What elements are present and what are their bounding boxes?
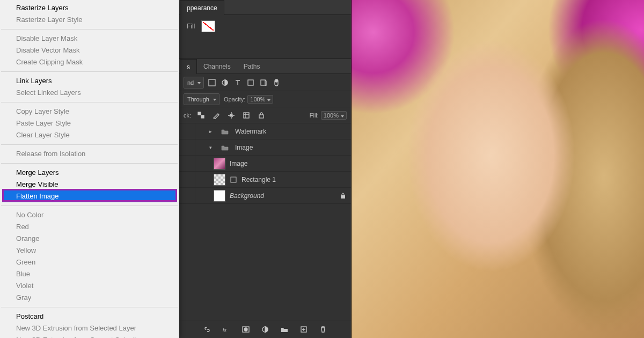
menu-item-create-clipping-mask: Create Clipping Mask [0, 56, 179, 68]
lock-transparency-icon[interactable] [196, 111, 206, 120]
lock-label: ck: [184, 112, 191, 119]
filter-shape-icon[interactable] [246, 78, 255, 87]
fill-label: Fill [187, 23, 195, 30]
visibility-toggle[interactable] [179, 139, 195, 155]
lock-pixels-icon[interactable] [211, 111, 221, 120]
right-panels: ppearance Fill s Channels Paths nd [179, 0, 352, 338]
menu-item-release-from-isolation: Release from Isolation [0, 148, 179, 160]
layer-row-image[interactable]: ▾Image [179, 139, 351, 156]
shape-icon [230, 176, 237, 183]
svg-rect-10 [231, 177, 236, 182]
menu-item-select-linked-layers: Select Linked Layers [0, 87, 179, 99]
fill-swatch-none[interactable] [201, 20, 215, 32]
svg-point-5 [275, 80, 277, 82]
layer-name-label[interactable]: Rectangle 1 [241, 176, 347, 183]
trash-icon[interactable] [318, 325, 328, 334]
svg-text:fx: fx [223, 327, 227, 333]
layers-footer: fx [179, 320, 351, 338]
layer-filter-kind[interactable]: nd [184, 77, 204, 89]
tab-paths[interactable]: Paths [237, 59, 267, 74]
filter-toggle[interactable] [272, 78, 281, 87]
tab-channels[interactable]: Channels [197, 59, 237, 74]
mask-icon[interactable] [241, 325, 251, 334]
new-layer-icon[interactable] [299, 325, 309, 334]
visibility-toggle[interactable] [179, 156, 195, 171]
chevron-down-icon[interactable]: ▾ [206, 145, 215, 150]
menu-separator [1, 144, 178, 145]
folder-icon [219, 126, 231, 137]
lock-position-icon[interactable] [226, 111, 236, 120]
layers-panel: s Channels Paths nd Through Opacity: 100… [179, 59, 351, 338]
group-icon[interactable] [280, 325, 289, 334]
svg-rect-7 [201, 115, 204, 118]
chevron-right-icon[interactable]: ▸ [206, 129, 215, 134]
filter-adjust-icon[interactable] [220, 78, 230, 87]
svg-rect-2 [248, 80, 253, 85]
layer-thumbnail [214, 174, 225, 186]
document-canvas[interactable] [352, 0, 644, 338]
layer-name-label[interactable]: Background [230, 192, 335, 200]
menu-item-flatten-image[interactable]: Flatten Image [2, 190, 177, 202]
fill-opacity-input[interactable]: 100% [321, 111, 347, 120]
menu-item-link-layers[interactable]: Link Layers [0, 75, 179, 87]
menu-item-red: Red [0, 221, 179, 233]
layer-context-menu: Rasterize LayersRasterize Layer StyleDis… [0, 0, 179, 338]
opacity-input[interactable]: 100% [247, 95, 273, 104]
filter-type-icon[interactable] [233, 78, 243, 87]
menu-separator [1, 205, 178, 206]
fill-opacity-label: Fill: [310, 112, 319, 119]
menu-item-new-3d-extrusion-from-selected-layer: New 3D Extrusion from Selected Layer [0, 322, 179, 334]
layer-row-rectangle-1[interactable]: Rectangle 1 [179, 172, 351, 188]
menu-item-rasterize-layers[interactable]: Rasterize Layers [0, 2, 179, 14]
layer-thumbnail [214, 190, 225, 202]
menu-item-green: Green [0, 256, 179, 268]
menu-item-new-3d-extrusion-from-current-selection: New 3D Extrusion from Current Selection [0, 334, 179, 338]
menu-item-copy-layer-style: Copy Layer Style [0, 106, 179, 117]
svg-rect-9 [259, 115, 264, 118]
menu-item-blue: Blue [0, 268, 179, 280]
menu-item-orange: Orange [0, 233, 179, 245]
visibility-toggle[interactable] [179, 188, 195, 203]
svg-rect-8 [244, 113, 249, 118]
layer-name-label[interactable]: Watermark [235, 128, 347, 135]
layer-thumbnail [214, 158, 225, 170]
lock-icon [339, 192, 347, 200]
menu-item-no-color: No Color [0, 209, 179, 221]
visibility-toggle[interactable] [179, 123, 195, 139]
menu-item-gray: Gray [0, 292, 179, 304]
filter-pixel-icon[interactable] [207, 78, 217, 87]
menu-item-merge-layers[interactable]: Merge Layers [0, 167, 179, 179]
svg-rect-0 [209, 79, 215, 86]
menu-item-postcard[interactable]: Postcard [0, 311, 179, 322]
menu-item-clear-layer-style: Clear Layer Style [0, 129, 179, 141]
layer-name-label[interactable]: Image [230, 160, 347, 167]
layer-row-image[interactable]: Image [179, 156, 351, 172]
adjustment-icon[interactable] [260, 325, 270, 334]
menu-separator [1, 307, 178, 307]
blend-mode-select[interactable]: Through [184, 93, 219, 105]
svg-rect-3 [261, 80, 265, 85]
menu-separator [1, 163, 178, 164]
layer-row-watermark[interactable]: ▸Watermark [179, 123, 351, 139]
link-layers-icon[interactable] [202, 325, 212, 334]
visibility-toggle[interactable] [179, 172, 195, 187]
tab-layers[interactable]: s [180, 59, 197, 74]
menu-item-disable-layer-mask: Disable Layer Mask [0, 33, 179, 45]
lock-artboard-icon[interactable] [241, 111, 251, 120]
layer-row-background[interactable]: Background [179, 188, 351, 204]
menu-item-disable-vector-mask: Disable Vector Mask [0, 45, 179, 56]
lock-all-icon[interactable] [257, 111, 266, 120]
properties-panel: ppearance Fill [179, 0, 351, 59]
menu-separator [1, 71, 178, 72]
filter-smart-icon[interactable] [259, 78, 268, 87]
menu-item-merge-visible[interactable]: Merge Visible [0, 179, 179, 190]
fx-icon[interactable]: fx [222, 325, 231, 334]
layer-name-label[interactable]: Image [235, 144, 347, 151]
folder-icon [219, 142, 231, 153]
menu-item-paste-layer-style: Paste Layer Style [0, 117, 179, 129]
tab-appearance[interactable]: ppearance [180, 0, 224, 15]
menu-separator [1, 102, 178, 102]
menu-item-yellow: Yellow [0, 245, 179, 256]
menu-item-rasterize-layer-style: Rasterize Layer Style [0, 14, 179, 26]
menu-item-violet: Violet [0, 280, 179, 292]
